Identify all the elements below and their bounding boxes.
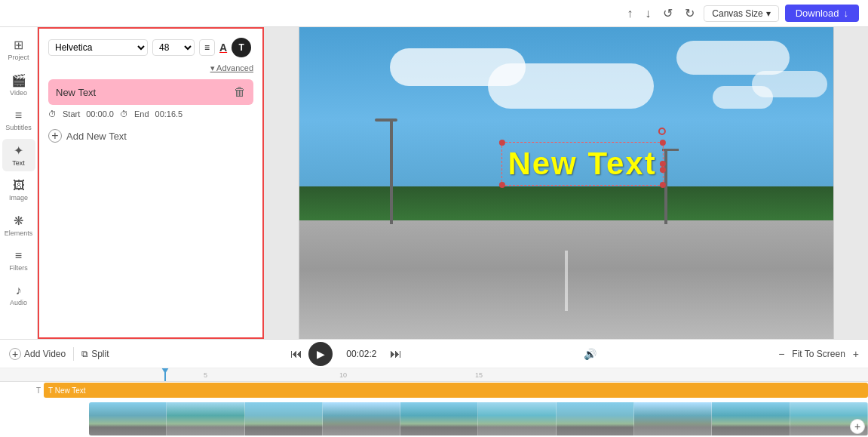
- sidebar-label-text: Text: [12, 159, 25, 167]
- video-track-row: +: [0, 400, 868, 437]
- ruler-mark-10: 10: [339, 371, 347, 379]
- playback-controls: ⏮ ▶ 00:02:2 ⏭: [290, 342, 402, 366]
- skip-back-button[interactable]: ⏮: [290, 347, 302, 361]
- split-label: Split: [91, 349, 109, 359]
- sidebar-item-text[interactable]: ✦ Text: [2, 139, 35, 171]
- advanced-link[interactable]: ▾ Advanced: [48, 63, 253, 73]
- undo2-button[interactable]: ↺: [660, 5, 676, 22]
- text-track[interactable]: T New Text: [44, 383, 868, 398]
- sidebar-item-video[interactable]: 🎬 Video: [2, 69, 35, 101]
- timeline-section: 5 10 15 T T New Text: [0, 368, 868, 437]
- handle-top-left[interactable]: [498, 140, 505, 146]
- sidebar: ⊞ Project 🎬 Video ≡ Subtitles ✦ Text 🖼 I…: [0, 27, 38, 339]
- ruler-mark-5: 5: [204, 371, 207, 379]
- playhead[interactable]: [164, 368, 166, 381]
- video-thumb-8: [634, 402, 712, 435]
- subtitles-icon: ≡: [15, 109, 22, 122]
- add-text-button[interactable]: + Add New Text: [48, 126, 127, 146]
- sidebar-item-subtitles[interactable]: ≡ Subtitles: [2, 104, 35, 136]
- add-video-button[interactable]: + Add Video: [9, 348, 66, 360]
- handle-mid-right-2[interactable]: [660, 167, 666, 173]
- sidebar-item-image[interactable]: 🖼 Image: [2, 174, 35, 206]
- start-label: Start: [63, 109, 80, 118]
- cloud-5: [713, 86, 773, 109]
- text-layer-label: New Text: [56, 87, 96, 98]
- top-bar: ↑ ↓ ↺ ↻ Canvas Size ▾ Download ↓: [0, 0, 868, 27]
- bold-label: T: [238, 42, 244, 53]
- text-layer-item[interactable]: New Text 🗑: [48, 79, 253, 105]
- delete-text-layer-button[interactable]: 🗑: [234, 85, 246, 99]
- text-color-label: A: [219, 42, 227, 54]
- filters-icon: ≡: [15, 249, 22, 263]
- text-track-type-label: T: [0, 386, 44, 395]
- elements-icon: ❋: [14, 214, 23, 228]
- video-thumb-2: [167, 402, 244, 435]
- video-canvas: New Text: [299, 27, 834, 339]
- trees: [299, 186, 833, 224]
- time-row: ⏱ Start 00:00.0 ⏱ End 00:16.5: [48, 109, 253, 118]
- sidebar-label-video: Video: [10, 89, 27, 97]
- handle-mid-right-1[interactable]: [660, 161, 666, 167]
- zoom-plus-button[interactable]: +: [853, 348, 859, 360]
- volume-icon: 🔊: [584, 348, 597, 360]
- text-color-button[interactable]: A: [219, 42, 227, 54]
- project-icon: ⊞: [14, 38, 23, 52]
- add-video-circle-icon: +: [9, 348, 21, 360]
- sidebar-label-audio: Audio: [10, 299, 27, 306]
- font-size-select[interactable]: 48 12 24 36 72: [152, 39, 195, 56]
- sidebar-item-filters[interactable]: ≡ Filters: [2, 245, 35, 276]
- canvas-area: New Text: [264, 27, 868, 339]
- timeline-controls: + Add Video ⧉ Split ⏮ ▶ 00:02:2 ⏭ 🔊 − Fi…: [0, 340, 868, 368]
- start-time: 00:00.0: [86, 109, 114, 118]
- bottom-area: + Add Video ⧉ Split ⏮ ▶ 00:02:2 ⏭ 🔊 − Fi…: [0, 339, 868, 437]
- sidebar-label-elements: Elements: [5, 229, 33, 237]
- zoom-minus-button[interactable]: −: [778, 348, 784, 360]
- play-button[interactable]: ▶: [308, 342, 333, 366]
- handle-top-right[interactable]: [660, 140, 666, 146]
- video-thumb-7: [557, 402, 634, 435]
- lamp-arm-right: [662, 149, 679, 151]
- separator-1: [73, 347, 74, 361]
- redo-button[interactable]: ↓: [642, 5, 654, 22]
- ruler-mark-15: 15: [475, 371, 483, 379]
- canvas-text-overlay[interactable]: New Text: [501, 142, 663, 186]
- play-icon: ▶: [317, 348, 325, 360]
- start-clock-icon: ⏱: [48, 109, 57, 118]
- video-icon: 🎬: [11, 73, 26, 88]
- add-track-button[interactable]: +: [850, 419, 865, 434]
- font-family-select[interactable]: Helvetica Arial Times New Roman: [48, 39, 148, 56]
- volume-button[interactable]: 🔊: [584, 348, 597, 360]
- text-track-row: T T New Text: [0, 382, 868, 399]
- undo-button[interactable]: ↑: [624, 5, 636, 22]
- canvas-size-label: Canvas Size: [712, 8, 762, 19]
- playhead-triangle: [161, 368, 169, 374]
- sidebar-label-project: Project: [8, 54, 29, 61]
- canvas-size-button[interactable]: Canvas Size ▾: [704, 5, 778, 22]
- sidebar-label-filters: Filters: [9, 264, 28, 272]
- redo2-button[interactable]: ↻: [682, 5, 698, 22]
- advanced-label: ▾ Advanced: [210, 63, 253, 72]
- canvas-text-content[interactable]: New Text: [508, 146, 656, 182]
- time-display: 00:02:2: [339, 349, 384, 359]
- sidebar-label-image: Image: [9, 194, 28, 202]
- image-icon: 🖼: [13, 179, 25, 192]
- text-icon: ✦: [14, 143, 23, 158]
- rotate-handle[interactable]: [658, 128, 666, 135]
- tools-panel: Helvetica Arial Times New Roman 48 12 24…: [38, 27, 264, 339]
- lamp-post-left: [390, 118, 393, 224]
- bold-button[interactable]: T: [232, 38, 251, 57]
- handle-bottom-left[interactable]: [498, 182, 505, 188]
- sidebar-item-project[interactable]: ⊞ Project: [2, 33, 35, 66]
- align-button[interactable]: ≡: [199, 39, 215, 56]
- video-track[interactable]: [89, 402, 868, 435]
- fit-screen-label: Fit To Screen: [792, 349, 845, 359]
- video-thumb-3: [245, 402, 323, 435]
- skip-forward-button[interactable]: ⏭: [390, 347, 402, 361]
- sidebar-label-subtitles: Subtitles: [5, 124, 32, 131]
- main-area: ⊞ Project 🎬 Video ≡ Subtitles ✦ Text 🖼 I…: [0, 27, 868, 339]
- split-button[interactable]: ⧉ Split: [81, 349, 109, 359]
- sidebar-item-audio[interactable]: ♪ Audio: [2, 279, 35, 311]
- video-thumb-9: [712, 402, 790, 435]
- sidebar-item-elements[interactable]: ❋ Elements: [2, 209, 35, 242]
- download-button[interactable]: Download ↓: [785, 5, 859, 22]
